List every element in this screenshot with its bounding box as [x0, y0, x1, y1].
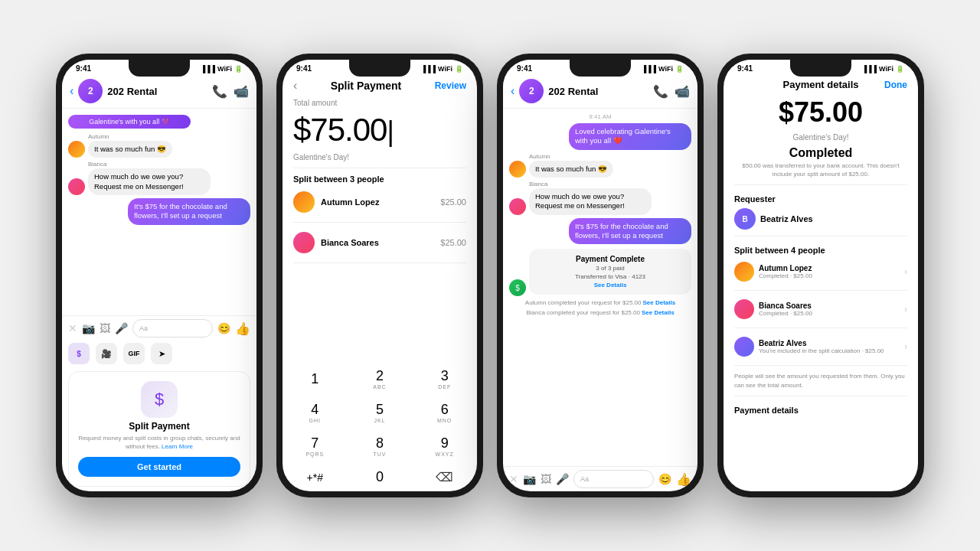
screen-4: 9:41 ▐▐▐ WiFi 🔋 Payment details Done $75…: [724, 60, 918, 491]
bubble-request: It's $75 for the chocolate and flowers, …: [569, 218, 691, 245]
split-payment-icon: $: [141, 381, 178, 418]
screen-3: 9:41 ▐▐▐ WiFi 🔋 ‹ 2 202 Rental 📞 📹: [503, 60, 697, 491]
camera-icon-3[interactable]: 📷: [523, 473, 536, 485]
video-action-btn[interactable]: 🎥: [96, 343, 117, 364]
sp-back-button[interactable]: ‹: [293, 79, 297, 93]
key-5[interactable]: 5JKL: [348, 396, 413, 429]
divider-pd-2: [734, 236, 907, 236]
sp-amount-autumn: $25.00: [440, 197, 466, 207]
back-button-3[interactable]: ‹: [511, 84, 514, 98]
wifi-icon-2: WiFi: [438, 65, 452, 73]
msg-sent-request: It's $75 for the chocolate and flowers, …: [509, 218, 691, 245]
pd-person-autumn[interactable]: Autumn Lopez Completed · $25.00 ›: [734, 259, 907, 284]
emoji-icon-1[interactable]: 😊: [217, 322, 230, 334]
key-0[interactable]: 0: [348, 463, 413, 491]
split-payment-desc: Request money and split costs in group c…: [78, 435, 240, 451]
key-6[interactable]: 6MNO: [412, 396, 477, 429]
back-button-1[interactable]: ‹: [70, 84, 74, 98]
wifi-icon: WiFi: [217, 65, 232, 73]
pd-requester-name: Beatriz Alves: [760, 214, 813, 223]
completed-1-row: Autumn completed your request for $25.00…: [509, 299, 691, 306]
signal-icon-3: ▐▐▐: [642, 65, 656, 73]
pd-payment-details-label: Payment details: [734, 406, 907, 415]
bubble-sent-1: It's $75 for the chocolate and flowers, …: [128, 198, 250, 225]
learn-more-link[interactable]: Learn More: [162, 443, 193, 450]
pc-circle-icon: $: [509, 279, 526, 296]
key-8[interactable]: 8TUV: [348, 429, 413, 463]
key-2[interactable]: 2ABC: [348, 362, 413, 396]
chat-name-1[interactable]: 202 Rental: [107, 86, 212, 97]
pd-avatar-beatriz: [734, 337, 754, 357]
image-icon-1[interactable]: 🖼: [100, 322, 110, 334]
like-icon-3[interactable]: 👍: [676, 472, 691, 487]
pc-see-details[interactable]: See Details: [594, 282, 627, 289]
like-icon-1[interactable]: 👍: [235, 321, 250, 336]
emoji-icon-3[interactable]: 😊: [658, 473, 671, 485]
see-details-1[interactable]: See Details: [642, 299, 675, 306]
pc-subtitle: 3 of 3 paid: [596, 265, 624, 272]
status-icons-4: ▐▐▐ WiFi 🔋: [862, 65, 904, 73]
pd-person-bianca[interactable]: Bianca Soares Completed · $25.00 ›: [734, 297, 907, 321]
send-action-btn[interactable]: ➤: [151, 343, 172, 364]
phone-icon-3[interactable]: 📞: [653, 84, 668, 99]
battery-icon-2: 🔋: [455, 65, 463, 73]
gif-action-btn[interactable]: GIF: [123, 343, 145, 364]
mic-icon-3[interactable]: 🎤: [556, 473, 569, 485]
status-icons-1: ▐▐▐ WiFi 🔋: [201, 65, 243, 73]
phone-2: 9:41 ▐▐▐ WiFi 🔋 ‹ Split Payment Review T…: [276, 54, 483, 497]
pd-done-button[interactable]: Done: [884, 80, 907, 90]
pd-split-title: Split between 4 people: [734, 246, 907, 255]
phone-icon-1[interactable]: 📞: [212, 84, 227, 99]
msg-group-autumn: Autumn It was so much fun 😎: [88, 133, 172, 158]
pd-avatar-autumn: [734, 262, 754, 282]
video-icon-3[interactable]: 📹: [675, 84, 690, 99]
signal-icon: ▐▐▐: [201, 65, 215, 73]
wifi-icon-3: WiFi: [658, 65, 673, 73]
image-icon-3[interactable]: 🖼: [541, 473, 551, 485]
completed-1-text: Autumn completed your request for $25.00: [525, 299, 642, 306]
x-icon-3[interactable]: ✕: [509, 473, 518, 485]
input-icons-3: 📷 🖼 🎤: [523, 473, 569, 485]
msg-row-sent-1: It's $75 for the chocolate and flowers, …: [68, 198, 250, 225]
msg-sent-galentines: Loved celebrating Galentine's with you a…: [509, 123, 691, 150]
pd-person-beatriz[interactable]: Beatriz Alves You're included in the spl…: [734, 334, 907, 359]
phone-4: 9:41 ▐▐▐ WiFi 🔋 Payment details Done $75…: [717, 54, 924, 497]
key-delete[interactable]: ⌫: [412, 463, 477, 491]
key-9[interactable]: 9WXYZ: [412, 429, 477, 463]
phone-3: 9:41 ▐▐▐ WiFi 🔋 ‹ 2 202 Rental 📞 📹: [497, 54, 704, 497]
camera-icon-1[interactable]: 📷: [82, 322, 95, 334]
split-action-btn[interactable]: $: [68, 343, 90, 364]
sender-bianca: Bianca: [88, 161, 211, 168]
sp-amount-row: $75.00|: [293, 112, 466, 148]
see-details-2[interactable]: See Details: [642, 309, 675, 316]
key-sym[interactable]: +*#: [283, 463, 348, 491]
pd-status-autumn: Completed · $25.00: [759, 272, 900, 279]
sp-occasion: Galentine's Day!: [293, 153, 466, 161]
video-icon-1[interactable]: 📹: [234, 84, 249, 99]
get-started-button[interactable]: Get started: [78, 457, 240, 477]
sender-autumn-3: Autumn: [529, 153, 613, 160]
pd-requester-avatar: B: [734, 208, 756, 230]
input-field-3[interactable]: Aa: [573, 470, 654, 488]
key-4[interactable]: 4GHI: [283, 396, 348, 429]
key-7[interactable]: 7PQRS: [283, 429, 348, 463]
key-3[interactable]: 3DEF: [412, 362, 477, 396]
input-field-1[interactable]: Aa: [132, 319, 213, 337]
chat-name-3[interactable]: 202 Rental: [548, 86, 653, 97]
screen-1: 9:41 ▐▐▐ WiFi 🔋 ‹ 2 202 Rental 📞 📹: [62, 60, 256, 491]
divider-pd-5: [734, 365, 907, 366]
time-4: 9:41: [737, 64, 753, 73]
battery-icon-3: 🔋: [675, 65, 684, 73]
pd-requester-row: B Beatriz Alves: [734, 208, 907, 230]
mic-icon-1[interactable]: 🎤: [115, 322, 128, 334]
chat-header-3: ‹ 2 202 Rental 📞 📹: [503, 74, 697, 109]
divider-pd-6: [734, 396, 907, 396]
pc-transfer: Transferred to Visa · 4123: [575, 273, 645, 280]
sp-body: Total amount $75.00| Galentine's Day! Sp…: [283, 96, 477, 362]
x-icon-1[interactable]: ✕: [68, 322, 77, 334]
pd-completed-label: Completed: [789, 146, 853, 160]
sp-review-link[interactable]: Review: [435, 80, 466, 91]
key-1[interactable]: 1: [283, 362, 348, 396]
bubble-autumn-3: It was so much fun 😎: [529, 161, 613, 178]
actions-row-1: $ 🎥 GIF ➤: [62, 341, 256, 367]
